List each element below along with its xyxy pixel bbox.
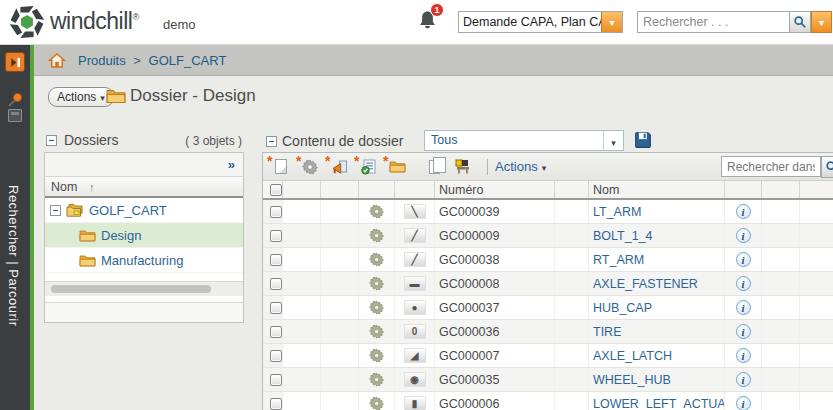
row-checkbox[interactable]	[270, 206, 282, 218]
table-row[interactable]: 0 GC000036 TIRE	[263, 320, 833, 344]
row-actions-gear-icon[interactable]	[369, 204, 384, 219]
tree-node-design[interactable]: Design	[45, 223, 243, 248]
context-selector-dropdown-button[interactable]	[601, 12, 622, 32]
part-number: GC000007	[439, 349, 499, 363]
breadcrumb-link-products[interactable]: Produits	[78, 53, 126, 68]
scrollbar-thumb[interactable]	[51, 285, 211, 293]
part-name-link[interactable]: BOLT_1_4	[593, 229, 653, 243]
context-selector[interactable]: Demande CAPA, Plan CA...	[458, 11, 623, 33]
global-search-input[interactable]	[637, 11, 789, 33]
table-row[interactable]: ╱ GC000038 RT_ARM	[263, 248, 833, 272]
part-name-link[interactable]: LT_ARM	[593, 205, 641, 219]
folder-icon	[79, 229, 96, 242]
page-actions-label: Actions	[57, 90, 96, 104]
info-icon[interactable]	[736, 396, 751, 410]
column-number-header[interactable]: Numéro	[435, 181, 555, 198]
row-checkbox[interactable]	[270, 230, 282, 242]
row-actions-gear-icon[interactable]	[369, 300, 384, 315]
table-search-input[interactable]	[721, 156, 821, 177]
column-extra	[762, 181, 800, 198]
expand-navigator-button[interactable]	[5, 52, 25, 72]
row-actions-gear-icon[interactable]	[369, 396, 384, 410]
info-icon[interactable]	[736, 348, 751, 363]
collapse-node-icon[interactable]	[50, 205, 61, 216]
copy-button[interactable]	[422, 156, 446, 178]
table-row[interactable]: ▮ GC000006 LOWER_LEFT_ACTUA..	[263, 392, 833, 410]
row-checkbox[interactable]	[270, 254, 282, 266]
new-folder-button[interactable]	[385, 156, 409, 178]
home-icon[interactable]	[48, 52, 66, 69]
row-checkbox[interactable]	[270, 278, 282, 290]
tree-node-label[interactable]: GOLF_CART	[89, 203, 167, 218]
info-icon[interactable]	[736, 276, 751, 291]
part-name-link[interactable]: RT_ARM	[593, 253, 644, 267]
page-actions-button[interactable]: Actions	[48, 87, 114, 107]
table-header-row: Numéro Nom	[263, 181, 833, 200]
tree-node-manufacturing[interactable]: Manufacturing	[45, 248, 243, 273]
pin-panel-icon[interactable]	[6, 91, 24, 109]
new-document-icon	[275, 159, 287, 174]
tree-node-golf-cart[interactable]: GOLF_CART	[45, 198, 243, 223]
global-search-button[interactable]	[789, 11, 811, 33]
tree-node-label[interactable]: Design	[101, 228, 141, 243]
tree-node-label[interactable]: Manufacturing	[101, 253, 183, 268]
search-browse-vertical-tab[interactable]: Rechercher | Parcourir	[6, 185, 21, 327]
table-row[interactable]: ◢ GC000007 AXLE_LATCH	[263, 344, 833, 368]
table-row[interactable]: ╱ GC000009 BOLT_1_4	[263, 224, 833, 248]
part-thumbnail: ▮	[404, 396, 426, 410]
save-view-icon[interactable]	[634, 131, 652, 149]
info-icon[interactable]	[736, 204, 751, 219]
row-actions-gear-icon[interactable]	[369, 228, 384, 243]
info-icon[interactable]	[736, 252, 751, 267]
paste-special-button[interactable]	[451, 156, 475, 178]
row-actions-gear-icon[interactable]	[369, 348, 384, 363]
breadcrumb-link-context[interactable]: GOLF_CART	[149, 53, 227, 68]
column-spacer	[555, 181, 589, 198]
part-name-link[interactable]: LOWER_LEFT_ACTUA..	[593, 397, 724, 410]
row-checkbox[interactable]	[270, 326, 282, 338]
new-document-button[interactable]	[269, 156, 293, 178]
collapse-panel-icon[interactable]	[46, 135, 57, 146]
row-checkbox[interactable]	[270, 302, 282, 314]
column-name-header[interactable]: Nom	[589, 181, 725, 198]
select-all-checkbox[interactable]	[270, 184, 282, 196]
folders-panel-footer	[45, 302, 243, 322]
view-filter-dropdown-button[interactable]	[603, 131, 623, 150]
table-actions-menu[interactable]: Actions	[495, 159, 546, 174]
column-fill	[800, 181, 833, 198]
paste-table-icon	[455, 159, 471, 175]
table-row[interactable]: ▬ GC000008 AXLE_FASTENER	[263, 272, 833, 296]
row-checkbox[interactable]	[270, 374, 282, 386]
row-checkbox[interactable]	[270, 398, 282, 410]
folders-panel: » Nom ↑ GOLF_CART Design	[44, 152, 244, 323]
row-actions-gear-icon[interactable]	[369, 252, 384, 267]
more-actions-chevron[interactable]: »	[228, 157, 235, 172]
part-name-link[interactable]: WHEEL_HUB	[593, 373, 671, 387]
expand-panel-icon	[9, 56, 22, 69]
collapse-panel-icon[interactable]	[266, 136, 277, 147]
part-name-link[interactable]: TIRE	[593, 325, 621, 339]
browser-window-icon[interactable]	[8, 109, 22, 122]
row-actions-gear-icon[interactable]	[369, 276, 384, 291]
global-search-options-button[interactable]	[811, 11, 832, 33]
folders-name-column-header[interactable]: Nom ↑	[45, 177, 243, 198]
row-actions-gear-icon[interactable]	[369, 324, 384, 339]
new-part-button[interactable]	[298, 156, 322, 178]
new-change-notice-button[interactable]	[327, 156, 351, 178]
row-checkbox[interactable]	[270, 350, 282, 362]
view-filter-dropdown[interactable]: Tous	[424, 130, 624, 151]
table-row[interactable]: ● GC000037 HUB_CAP	[263, 296, 833, 320]
row-actions-gear-icon[interactable]	[369, 372, 384, 387]
info-icon[interactable]	[736, 228, 751, 243]
table-row[interactable]: ◉ GC000035 WHEEL_HUB	[263, 368, 833, 392]
part-name-link[interactable]: AXLE_LATCH	[593, 349, 672, 363]
new-checklist-button[interactable]	[356, 156, 380, 178]
info-icon[interactable]	[736, 372, 751, 387]
table-row[interactable]: ╲ GC000039 LT_ARM	[263, 200, 833, 224]
info-icon[interactable]	[736, 324, 751, 339]
info-icon[interactable]	[736, 300, 751, 315]
part-name-link[interactable]: AXLE_FASTENER	[593, 277, 698, 291]
table-search-button[interactable]	[821, 156, 833, 178]
part-name-link[interactable]: HUB_CAP	[593, 301, 652, 315]
chevron-down-icon	[100, 90, 105, 104]
